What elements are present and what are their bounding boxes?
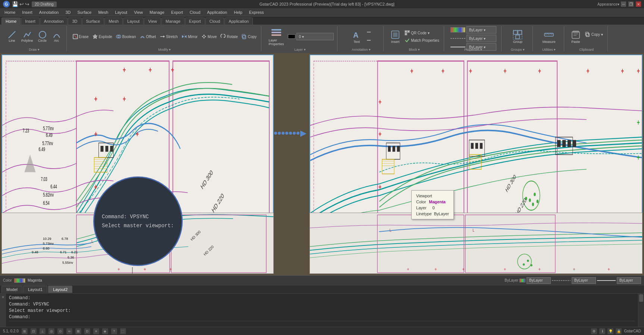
lineweight-select[interactable]: ByLayer	[617, 277, 641, 284]
grid-icon[interactable]: ⊞	[22, 328, 28, 334]
menu-3d[interactable]: 3D	[62, 9, 73, 15]
menu-application[interactable]: Application	[204, 9, 230, 15]
tab-layout2[interactable]: Layout2	[48, 286, 72, 293]
tooltip-layer: Layer0	[416, 205, 449, 211]
restore-button[interactable]: ❐	[628, 1, 634, 7]
tab-insert[interactable]: Insert	[21, 18, 40, 25]
svg-text:+: +	[378, 182, 381, 191]
color-dropdown[interactable]: ByLayer ▾	[466, 26, 496, 34]
lock-icon[interactable]: 🔒	[616, 328, 622, 334]
stretch-button[interactable]: Stretch	[158, 33, 179, 40]
circle-button[interactable]: Circle	[36, 29, 49, 44]
qr-code-button[interactable]: QR Code ▾	[403, 29, 441, 36]
clipboard-copy-button[interactable]: Copy ▾	[584, 31, 604, 38]
erase-button[interactable]: Erase	[71, 33, 90, 40]
snap-icon[interactable]: ⊡	[31, 328, 37, 334]
color-select[interactable]: ByLayer	[527, 277, 551, 284]
tab-3d[interactable]: 3D	[68, 18, 81, 25]
copy-button[interactable]: Copy	[240, 33, 258, 40]
offset-button[interactable]: Offset	[138, 33, 158, 40]
info-icon[interactable]: ℹ	[599, 328, 605, 334]
bottom-right-viewport[interactable]: + + + + + + + L L	[310, 213, 643, 274]
settings-icon[interactable]: ⚙	[591, 328, 597, 334]
match-properties-button[interactable]: Match Properties	[403, 37, 441, 44]
annotation-extra-2[interactable]	[365, 37, 373, 44]
menu-help[interactable]: Help	[231, 9, 245, 15]
menu-mesh[interactable]: Mesh	[95, 9, 111, 15]
linetype-dropdown[interactable]: ByLayer ▾	[466, 35, 496, 42]
explode-button[interactable]: Explode	[91, 33, 114, 40]
tab-mesh[interactable]: Mesh	[104, 18, 123, 25]
tab-application[interactable]: Application	[224, 18, 253, 25]
app-logo[interactable]: G	[3, 1, 10, 7]
menu-view[interactable]: View	[131, 9, 146, 15]
menu-express[interactable]: Express	[246, 9, 267, 15]
ortho-icon[interactable]: ⊥	[40, 328, 45, 334]
linetype-select[interactable]: ByLayer	[572, 277, 596, 284]
transparency-icon[interactable]: ◈	[102, 328, 108, 334]
group-layer: LayerProperties 0 ▾ Layer ▾	[263, 26, 337, 51]
minimize-button[interactable]: ─	[621, 1, 626, 7]
insert-button[interactable]: Insert	[388, 28, 402, 45]
svg-text:+: +	[573, 267, 575, 272]
menu-manage[interactable]: Manage	[147, 9, 167, 15]
svg-rect-117	[573, 140, 576, 147]
lineweight-icon[interactable]: ≡	[93, 328, 99, 334]
line-button[interactable]: Line	[5, 29, 19, 44]
otrack-icon[interactable]: ∞	[66, 328, 72, 334]
tab-export[interactable]: Export	[185, 18, 205, 25]
ribbon: Home Insert Annotation 3D Surface Mesh L…	[0, 16, 644, 53]
layer-name-dropdown[interactable]: 0 ▾	[296, 33, 334, 40]
menu-annotation[interactable]: Annotation	[36, 9, 62, 15]
arc-button[interactable]: Arc	[50, 29, 63, 44]
move-button[interactable]: Move	[200, 33, 218, 40]
bulb-icon[interactable]: 💡	[607, 328, 613, 334]
layer-properties-button[interactable]: LayerProperties	[267, 26, 286, 47]
dyn-icon[interactable]: D	[84, 328, 90, 334]
group-draw: Line Polyline Circle Arc Draw ▾	[2, 26, 67, 51]
command-input[interactable]	[9, 321, 635, 328]
svg-text:9.48: 9.48	[32, 250, 38, 254]
annotation-extra-1[interactable]	[365, 29, 373, 36]
qp-icon[interactable]: ?	[111, 328, 117, 334]
menu-layout[interactable]: Layout	[112, 9, 130, 15]
menu-export[interactable]: Export	[168, 9, 186, 15]
tab-model[interactable]: Model	[1, 286, 22, 293]
command-close-button[interactable]: ✕	[0, 294, 6, 327]
tab-cloud[interactable]: Cloud	[205, 18, 224, 25]
measure-button[interactable]: Measure	[541, 28, 557, 45]
rotate-button[interactable]: Rotate	[219, 33, 239, 40]
menu-insert[interactable]: Insert	[19, 9, 35, 15]
tab-layout1[interactable]: Layout1	[23, 286, 47, 293]
mirror-button[interactable]: Mirror	[180, 33, 199, 40]
command-scrollbar[interactable]	[638, 294, 644, 327]
paste-button[interactable]: Paste	[569, 28, 583, 45]
svg-text:6.49: 6.49	[38, 146, 45, 153]
svg-text:+: +	[149, 65, 152, 75]
sel-icon[interactable]: ⬚	[120, 328, 126, 334]
svg-text:+: +	[538, 67, 541, 76]
tab-annotation[interactable]: Annotation	[40, 18, 68, 25]
appearance-button[interactable]: Appearance▾	[597, 2, 619, 6]
workspace-selector[interactable]: 2D Drafting	[32, 1, 57, 7]
menu-surface[interactable]: Surface	[75, 9, 95, 15]
tab-manage[interactable]: Manage	[161, 18, 185, 25]
right-viewport[interactable]: + + + + + + + + + + + + + + + +	[310, 54, 643, 237]
tab-surface[interactable]: Surface	[82, 18, 104, 25]
close-button[interactable]: ✕	[636, 1, 641, 7]
group-button[interactable]: Group	[511, 28, 525, 45]
svg-marker-8	[163, 35, 165, 38]
text-button[interactable]: A Text	[350, 28, 364, 45]
tab-home[interactable]: Home	[1, 18, 21, 25]
svg-rect-56	[101, 146, 104, 152]
svg-text:6.60: 6.60	[43, 247, 50, 250]
tab-view[interactable]: View	[144, 18, 161, 25]
ducs-icon[interactable]: ⊠	[75, 328, 81, 334]
boolean-button[interactable]: Boolean	[114, 33, 138, 40]
osnap-icon[interactable]: ⊙	[57, 328, 63, 334]
polar-icon[interactable]: ◎	[48, 328, 54, 334]
menu-cloud[interactable]: Cloud	[187, 9, 204, 15]
menu-home[interactable]: Home	[1, 9, 18, 15]
polyline-button[interactable]: Polyline	[19, 29, 35, 44]
tab-layout[interactable]: Layout	[123, 18, 144, 25]
